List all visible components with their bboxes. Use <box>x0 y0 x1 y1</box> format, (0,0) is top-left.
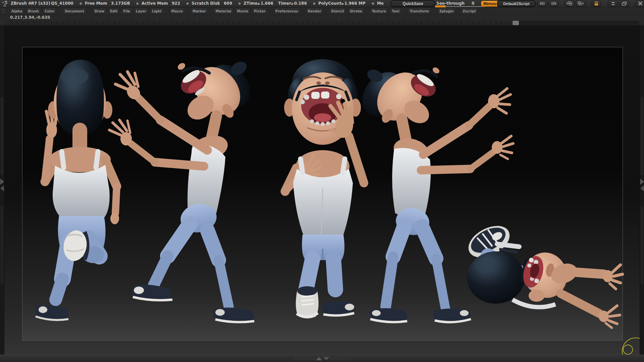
lock-icon[interactable] <box>592 0 601 7</box>
splitter-texture <box>641 206 643 284</box>
stat-label-active-mem: Active Mem <box>142 1 168 6</box>
model-view-back <box>35 60 119 320</box>
arrow-icon: ▶ <box>291 2 294 5</box>
scrollbar-track-segments <box>6 21 512 25</box>
menu-tab-preferences[interactable]: Preferences <box>273 8 300 14</box>
menu-tab-movie[interactable]: Movie <box>235 8 251 14</box>
coord-x: 0.217 <box>10 15 23 20</box>
menu-tabs: Alpha Brush Color Document Draw Edit Fil… <box>9 8 478 14</box>
stat-value-scratch-disk: 609 <box>224 1 232 6</box>
scrollbar-row <box>0 20 644 25</box>
see-through-slider[interactable]: See-through 0 <box>434 0 488 7</box>
bullet-icon: ● <box>79 2 82 5</box>
memory-stats: ● Free Mem 3.173GB ● Active Mem 922 ● Sc… <box>79 1 384 6</box>
cascade-right-icon[interactable] <box>576 0 586 7</box>
stat-label-scratch-disk: Scratch Disk <box>192 1 220 6</box>
zbrush-logo-icon <box>2 0 9 7</box>
menu-tab-brush[interactable]: Brush <box>26 8 41 14</box>
tray-shift-right-icon[interactable] <box>548 0 559 7</box>
stat-value-free-mem: 3.173GB <box>111 1 130 6</box>
stat-value-active-mem: 922 <box>172 1 180 6</box>
tray-up-arrow-icon[interactable] <box>316 357 322 360</box>
cursor-coordinates: 0.217,3.94,-0.635 <box>10 15 50 20</box>
menu-tab-macro[interactable]: Macro <box>169 8 185 14</box>
splitter-texture <box>330 357 351 360</box>
restore-icon[interactable] <box>619 0 630 7</box>
cascade-left-icon[interactable] <box>564 0 575 7</box>
menu-tab-render[interactable]: Render <box>306 8 323 14</box>
menu-tab-layer[interactable]: Layer <box>134 8 148 14</box>
quicksave-button[interactable]: QuickSave <box>390 0 435 7</box>
left-tray-splitter[interactable] <box>0 25 4 355</box>
menu-tab-alpha[interactable]: Alpha <box>9 8 24 14</box>
menu-tab-zplugin[interactable]: Zplugin <box>437 8 456 14</box>
tray-close-right-icon[interactable] <box>640 179 644 185</box>
close-icon[interactable] <box>635 0 644 7</box>
stat-label-free-mem: Free Mem <box>85 1 107 6</box>
bullet-icon: ● <box>186 2 189 5</box>
menu-tab-stroke[interactable]: Stroke <box>348 8 364 14</box>
menubar-corner-button[interactable] <box>1 8 6 14</box>
tray-open-right-icon[interactable] <box>0 179 4 185</box>
menu-tab-edit[interactable]: Edit <box>108 8 119 14</box>
menu-bar: Alpha Brush Color Document Draw Edit Fil… <box>0 7 644 15</box>
tray-toggle-arrows[interactable] <box>640 178 644 192</box>
model-view-top-down <box>463 220 623 328</box>
tray-toggle-arrows[interactable] <box>0 178 4 192</box>
model-render <box>0 25 644 355</box>
tray-open-left-icon[interactable] <box>640 185 644 191</box>
tray-close-left-icon[interactable] <box>0 185 4 191</box>
see-through-value: 0 <box>472 1 474 6</box>
menu-tab-color[interactable]: Color <box>43 8 56 14</box>
minimize-icon[interactable] <box>608 0 618 7</box>
menu-tab-tool[interactable]: Tool <box>390 8 401 14</box>
bullet-icon: ● <box>136 2 139 5</box>
default-zscript-button[interactable]: DefaultZScript <box>497 0 536 7</box>
menu-tab-picker[interactable]: Picker <box>252 8 268 14</box>
model-view-front <box>284 59 364 318</box>
right-tray-splitter[interactable] <box>640 25 644 355</box>
splitter-texture <box>1 206 3 284</box>
arrow-icon: ▶ <box>341 2 344 5</box>
menu-tab-zscript[interactable]: Zscript <box>461 8 478 14</box>
menu-tab-marker[interactable]: Marker <box>191 8 208 14</box>
see-through-track[interactable] <box>435 6 485 7</box>
menu-tab-draw[interactable]: Draw <box>93 8 106 14</box>
bottom-tray-splitter[interactable] <box>294 357 351 360</box>
menus-toggle-button[interactable]: Menus <box>481 1 498 7</box>
menu-tab-stencil[interactable]: Stencil <box>329 8 346 14</box>
bullet-icon: ● <box>238 2 241 5</box>
document-name: QS_41000 <box>51 1 73 6</box>
coord-y: 3.94 <box>24 15 35 20</box>
stat-value-ztime: 1.666 <box>261 1 273 6</box>
model-view-profile-arms-left <box>109 57 258 322</box>
stat-label-polycount: PolyCount <box>318 1 341 6</box>
sculpt-canvas[interactable] <box>0 25 644 355</box>
stat-label-mem-cut: Me <box>377 1 384 6</box>
window-controls <box>537 0 644 7</box>
stat-value-polycount: 1.966 MP <box>344 1 366 6</box>
menu-tab-transform[interactable]: Transform <box>408 8 431 14</box>
stat-label-ztime: ZTime <box>244 1 258 6</box>
menu-tab-light[interactable]: Light <box>150 8 164 14</box>
tray-down-arrow-icon[interactable] <box>323 357 329 360</box>
splitter-texture <box>294 357 315 360</box>
menu-tab-file[interactable]: File <box>121 8 132 14</box>
document-scrollbar[interactable] <box>6 21 639 25</box>
menu-tab-texture[interactable]: Texture <box>370 8 388 14</box>
splitter-texture <box>1 98 3 175</box>
status-row: 0.217,3.94,-0.635 <box>0 15 644 20</box>
stat-label-timer: Timer <box>278 1 291 6</box>
arrow-icon: ▶ <box>258 2 261 5</box>
menu-tab-material[interactable]: Material <box>214 8 233 14</box>
title-bar: ZBrush 4R7 (x32) QS_41000 ● Free Mem 3.1… <box>0 0 644 7</box>
bottom-bar <box>0 355 644 362</box>
bullet-icon: ● <box>313 2 316 5</box>
see-through-label: See-through <box>436 1 465 6</box>
tray-shift-left-icon[interactable] <box>537 0 547 7</box>
menu-tab-document[interactable]: Document <box>63 8 86 14</box>
coord-z: -0.635 <box>36 15 50 20</box>
scrollbar-thumb[interactable] <box>513 21 519 25</box>
splitter-texture <box>641 98 643 175</box>
bullet-icon: ● <box>372 2 374 5</box>
